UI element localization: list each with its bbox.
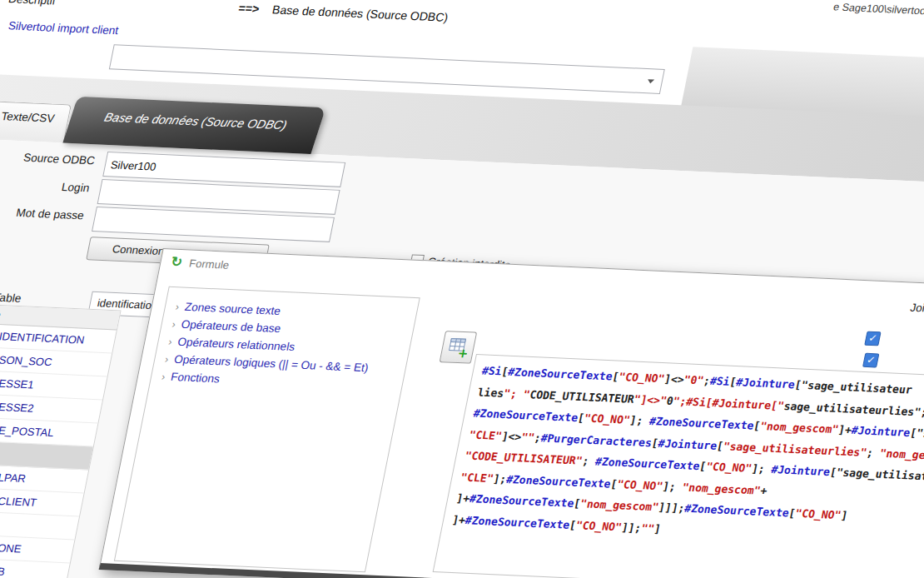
tree-expand-icon[interactable]: ›: [175, 301, 181, 312]
tree-item-label: Zones source texte: [184, 301, 282, 317]
tree-expand-icon[interactable]: ›: [167, 336, 173, 347]
jointure-checkbox-1[interactable]: ✓: [864, 331, 881, 346]
tree-item-label: Fonctions: [170, 371, 221, 386]
tree-expand-icon[interactable]: ›: [161, 371, 166, 382]
tab-texte-csv[interactable]: Texte/CSV: [0, 101, 72, 141]
formule-dialog-title: Formule: [188, 257, 231, 272]
arrow-icon: ==>: [237, 2, 261, 16]
jointure-checkbox-2[interactable]: ✓: [862, 353, 879, 368]
app-window: e Sage100\silvertool_i Descriptif ==>Bas…: [0, 0, 924, 578]
tree-item-label: Opérateurs de base: [180, 318, 281, 335]
svg-text:+: +: [456, 346, 469, 358]
table-add-icon: +: [446, 336, 470, 358]
formule-dialog[interactable]: ↻ Formule ›Zones source texte›Opérateurs…: [99, 248, 924, 578]
insert-table-button[interactable]: +: [440, 331, 478, 364]
chevron-down-icon: [647, 79, 654, 83]
formula-icon: ↻: [170, 254, 184, 271]
formula-code-editor[interactable]: #Si[#ZoneSourceTexte["CO_NO"]<>"0";#Si[#…: [433, 354, 924, 578]
tree-expand-icon[interactable]: ›: [164, 353, 170, 365]
formula-elements-tree: ›Zones source texte›Opérateurs de base›O…: [114, 287, 420, 573]
tree-expand-icon[interactable]: ›: [171, 318, 176, 330]
jointures-label: Jointures: [909, 301, 924, 316]
